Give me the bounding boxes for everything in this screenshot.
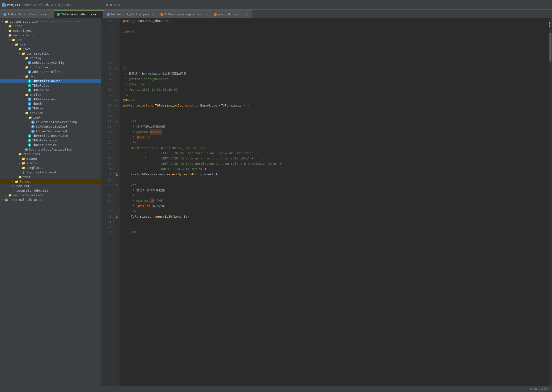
tab-TbPermissionMapper[interactable]: TbPermissionMapper.xml × [157,10,211,18]
code-line-blank5 [123,55,549,61]
folder-icon: 📁 [8,29,12,33]
tab-close-3[interactable]: × [152,13,154,16]
folder-icon: 📁 [25,111,29,115]
tab-label-3: WebSecurityConfig.java [111,13,150,16]
folder-icon: 📁 [21,162,26,165]
sidebar-item-WebSecurityConfig[interactable]: C WebSecurityConfig [0,60,101,65]
fold-icon[interactable]: ⊟ [116,183,117,187]
sidebar-item-security01[interactable]: ▸ 📁 security01 [0,28,101,33]
code-line-19: public interface TbPermissionDao extends… [123,103,549,108]
code-line-32: List<TbPermission> selectByUserId(Long u… [123,172,549,177]
code-line-14: * @author chengshengwen [123,77,549,82]
sidebar-item-src[interactable]: ▾ 📁 src [0,37,101,42]
tab-icon-1 [3,13,6,16]
tab-close-1[interactable]: × [48,13,50,16]
tab-pom[interactable]: pom.xml (sec... × [211,10,252,18]
sidebar-item-security-session[interactable]: ▸ 📁 security-session [0,193,101,197]
sidebar-label-WebSecurityConfig: WebSecurityConfig [32,61,64,64]
tab-TbPermissionDao[interactable]: TbPermissionDao.java × [54,10,104,18]
folder-icon: 📁 [25,93,29,97]
sidebar-item-main[interactable]: ▾ 📁 main [0,42,101,47]
sidebar-label-SecurityJdbcApplication: SecurityJdbcApplication [29,148,72,151]
sidebar-item-test[interactable]: ▸ 📁 test [0,175,101,179]
tab-close-2[interactable]: × [98,13,100,16]
fold-icon[interactable]: ⊟ [116,67,117,70]
sidebar-item-mapper[interactable]: ▸ 📁 mapper [0,156,101,161]
folder-icon: 📁 [21,157,26,161]
sidebar-item-security-jdbc-iml[interactable]: i security-jdbc.iml [0,188,101,193]
sidebar-label-main: main [20,42,27,46]
sidebar-item-idea[interactable]: ▸ 📁 .idea [0,24,101,28]
sidebar-label-pom-xml: pom.xml [16,184,30,188]
tab-TbUserServiceImpl[interactable]: TbUserServiceImpl.java × [0,10,54,18]
icon-list2[interactable]: ≣ [114,3,116,7]
sidebar-item-TbPermissionService[interactable]: I TbPermissionService [0,133,101,138]
tab-close-5[interactable]: × [247,13,248,16]
sidebar-label-dao: dao [30,75,35,78]
sidebar-item-com-csw-jdbc[interactable]: ▾ 📁 com.csw.jdbc [0,51,101,56]
sidebar-item-TbUserDao[interactable]: I TbUserDao [0,88,101,92]
sidebar-item-TbRoleServiceImpl[interactable]: C TbRoleServiceImpl [0,124,101,129]
sidebar[interactable]: ▾ 📁 spring_security ~/Desktop/cloud/spri… [0,18,101,386]
sidebar-label-entity: entity [30,93,41,97]
sidebar-path: ~/Desktop/cloud/spring_secur... [39,20,89,23]
sidebar-item-target[interactable]: ▾ 📁 target [0,179,101,184]
tab-WebSecurityConfig[interactable]: WebSecurityConfig.java × [104,10,157,18]
icon-minimize[interactable]: − [122,3,124,7]
icon-gear[interactable]: ⊕ [106,3,108,7]
sidebar-item-templates[interactable]: 📁 templates [0,165,101,170]
code-area[interactable]: package com.csw.jdbc.dao; import ... /**… [120,18,549,386]
sidebar-item-TbRoleDao[interactable]: I TbRoleDao [0,83,101,88]
sidebar-label-templates: templates [27,166,43,169]
sidebar-item-dao[interactable]: ▾ 📁 dao [0,74,101,79]
code-line-blank2 [123,39,549,45]
line-numbers: 1 2 3 11 12 13 14 15 16 17 18 19 20 21 2… [101,18,113,386]
file-icon: I [28,139,31,142]
sidebar-item-pom-xml[interactable]: m pom.xml [0,184,101,188]
sidebar-item-security-jdbc[interactable]: ▾ 📁 security-jdbc [0,33,101,37]
sidebar-item-AdminController[interactable]: C AdminController [0,70,101,74]
scrollbar-track[interactable]: ▲ 5 [549,18,552,386]
sidebar-item-config[interactable]: ▾ 📁 config [0,56,101,60]
sidebar-item-TbPermissionServiceImp[interactable]: C TbPermissionServiceImp [0,120,101,124]
sidebar-item-TbUser[interactable]: C TbUser [0,106,101,111]
code-line-42 [123,225,549,230]
folder-icon: 📁 [14,180,19,183]
sidebar-item-java[interactable]: ▾ 📁 java [0,47,101,51]
icon-settings[interactable]: ⚙ [117,3,119,7]
arrow-spring_security: ▾ [1,20,4,23]
tab-close-4[interactable]: × [205,13,207,16]
sidebar-label-mapper: mapper [27,157,38,161]
folder-icon: 📁 [14,43,19,46]
run-icon[interactable]: ▶ [116,104,117,107]
sidebar-item-service[interactable]: ▾ 📁 service [0,111,101,115]
fold-icon[interactable]: ⊟ [116,120,117,123]
code-line-2 [123,24,549,29]
icon-list[interactable]: ≡ [110,3,111,7]
sidebar-item-TbPermissionDao[interactable]: I TbPermissionDao [0,79,101,83]
sidebar-item-TbUserServiceImpl[interactable]: C TbUserServiceImpl [0,129,101,133]
file-icon: m [11,184,15,188]
sidebar-item-TbRoleService[interactable]: I TbRoleService [0,138,101,143]
file-icon: i [11,189,15,192]
top-bar-title[interactable]: Project [7,3,21,7]
sidebar-item-TbRole[interactable]: C TbRole [0,101,101,106]
file-icon-TbRoleDao: I [28,84,31,87]
sidebar-label-security-session: security-session [13,193,43,197]
top-bar: Project ~/Desktop/cloud/spring_secur... … [0,0,552,10]
sidebar-item-application-yaml[interactable]: 🍃 application.yaml [0,170,101,175]
code-line-36: * [123,193,549,198]
scrollbar-thumb[interactable] [549,33,552,62]
sidebar-item-resources[interactable]: ▾ 📁 resources [0,152,101,156]
code-line-18: @Mapper [123,98,549,103]
sidebar-item-external-libraries[interactable]: ▾ 📚 External Libraries [0,197,101,202]
sidebar-item-controller[interactable]: ▾ 📁 controller [0,65,101,70]
sidebar-item-TbUserService[interactable]: I TbUserService [0,143,101,147]
run-icon[interactable]: ▶ [116,99,117,102]
sidebar-item-static[interactable]: ▸ 📁 static [0,161,101,165]
sidebar-item-spring_security[interactable]: ▾ 📁 spring_security ~/Desktop/cloud/spri… [0,19,101,24]
sidebar-item-impl[interactable]: ▾ 📁 impl [0,115,101,120]
sidebar-item-entity[interactable]: ▾ 📁 entity [0,92,101,97]
sidebar-item-TbPermission[interactable]: C TbPermission [0,97,101,101]
sidebar-item-SecurityJdbcApplication[interactable]: A SecurityJdbcApplication [0,147,101,152]
